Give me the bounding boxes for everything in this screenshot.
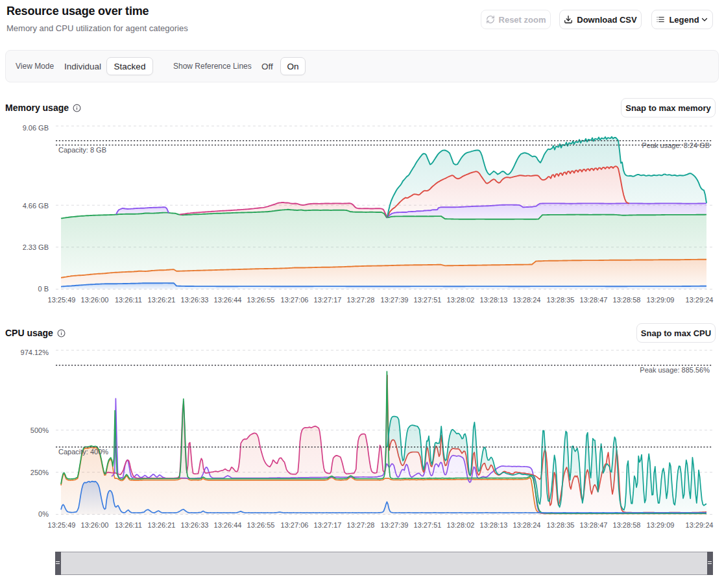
svg-text:13:28:13: 13:28:13: [480, 521, 508, 529]
svg-text:250%: 250%: [30, 469, 49, 476]
svg-text:13:26:33: 13:26:33: [181, 521, 209, 529]
svg-text:13:29:09: 13:29:09: [647, 521, 675, 529]
svg-text:13:26:00: 13:26:00: [81, 521, 109, 529]
svg-text:13:28:35: 13:28:35: [547, 521, 575, 529]
svg-text:13:26:21: 13:26:21: [148, 521, 176, 529]
svg-text:0%: 0%: [38, 510, 49, 518]
svg-text:13:27:06: 13:27:06: [281, 521, 309, 529]
svg-text:974.12%: 974.12%: [21, 349, 49, 356]
svg-text:13:27:17: 13:27:17: [314, 521, 342, 529]
svg-text:Capacity: 400%: Capacity: 400%: [58, 448, 108, 456]
svg-text:13:29:24: 13:29:24: [686, 521, 714, 529]
svg-text:13:26:55: 13:26:55: [247, 521, 275, 529]
svg-text:13:26:44: 13:26:44: [214, 521, 242, 529]
svg-text:13:26:11: 13:26:11: [115, 521, 142, 529]
svg-text:13:28:02: 13:28:02: [447, 521, 475, 529]
svg-text:Peak usage: 885.56%: Peak usage: 885.56%: [640, 366, 710, 374]
svg-text:13:25:49: 13:25:49: [48, 521, 76, 529]
svg-text:13:28:47: 13:28:47: [580, 521, 608, 529]
svg-text:13:28:24: 13:28:24: [513, 521, 541, 529]
svg-text:13:27:39: 13:27:39: [381, 521, 409, 529]
svg-text:13:27:28: 13:27:28: [347, 521, 375, 529]
svg-text:13:27:51: 13:27:51: [414, 521, 442, 529]
svg-text:500%: 500%: [30, 426, 49, 434]
svg-text:13:28:58: 13:28:58: [613, 521, 641, 529]
